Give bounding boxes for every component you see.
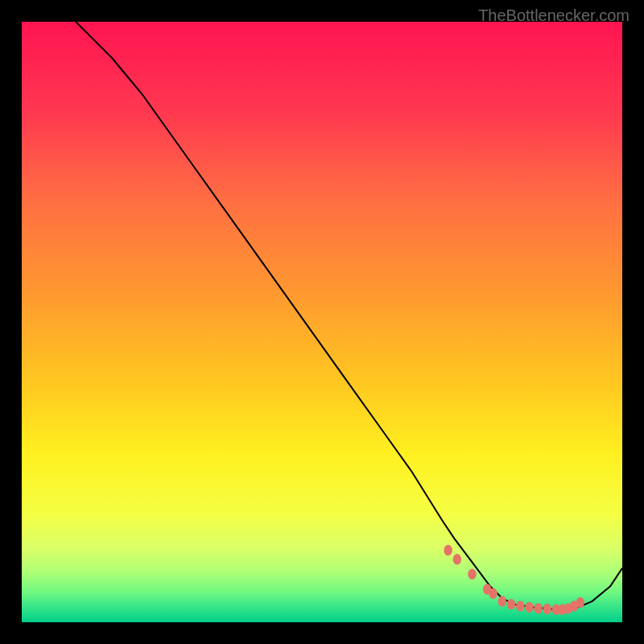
curve-marker xyxy=(534,603,542,613)
bottleneck-curve xyxy=(76,22,622,610)
curve-marker xyxy=(468,569,476,580)
marker-group xyxy=(444,545,584,615)
curve-marker xyxy=(525,602,533,613)
curve-layer xyxy=(22,22,622,622)
chart-plot-area xyxy=(22,22,622,622)
curve-marker xyxy=(498,596,506,606)
watermark-text: TheBottlenecker.com xyxy=(478,6,630,25)
curve-marker xyxy=(543,604,551,614)
curve-marker xyxy=(576,597,584,608)
curve-marker xyxy=(489,588,497,598)
curve-marker xyxy=(507,599,515,609)
curve-marker xyxy=(453,554,461,564)
curve-marker xyxy=(516,601,524,611)
curve-marker xyxy=(444,545,452,555)
